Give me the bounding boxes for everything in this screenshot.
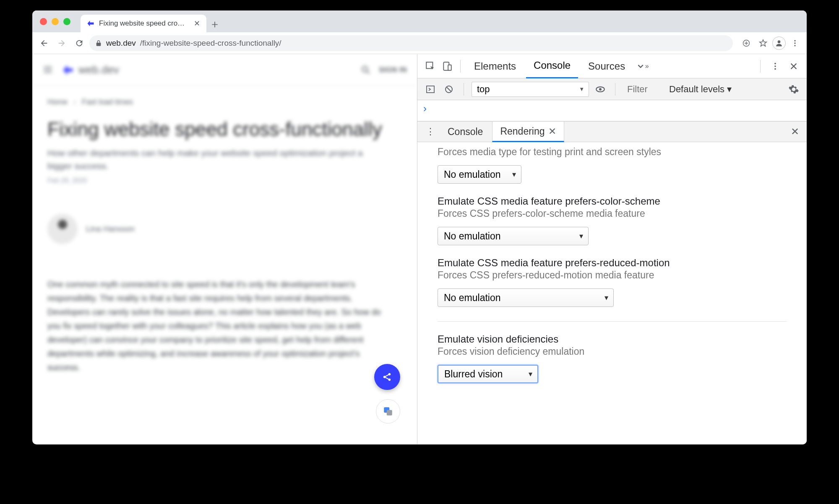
signin-button[interactable]: SIGN IN [379, 66, 407, 74]
clear-console-icon[interactable] [442, 82, 456, 96]
prefers-reduced-motion-title: Emulate CSS media feature prefers-reduce… [438, 257, 787, 269]
live-expression-icon[interactable] [593, 82, 607, 96]
maximize-window-button[interactable] [63, 18, 70, 25]
address-bar: web.dev/fixing-website-speed-cross-funct… [32, 32, 807, 54]
drawer-tab-rendering[interactable]: Rendering ✕ [492, 121, 564, 142]
more-tabs-icon[interactable]: » [635, 59, 649, 73]
console-toolbar: top Default levels ▾ [417, 78, 807, 100]
drawer-tab-rendering-label: Rendering [500, 126, 545, 137]
inspect-icon[interactable] [423, 59, 438, 73]
close-tab-icon[interactable]: ✕ [548, 126, 556, 137]
tab-strip: Fixing website speed cross-fun… ✕ ＋ [32, 10, 807, 32]
svg-point-4 [794, 45, 795, 46]
site-logo[interactable]: web.dev [62, 63, 119, 76]
site-brand-text: web.dev [78, 63, 119, 76]
article-body: One common myth connected to site speed … [47, 278, 383, 374]
media-type-description: Forces media type for testing print and … [438, 146, 787, 158]
tab-console[interactable]: Console [526, 54, 578, 78]
devtools-close-icon[interactable] [787, 59, 801, 73]
prefers-reduced-motion-description: Forces CSS prefers-reduced-motion media … [438, 270, 787, 281]
prefers-color-scheme-select[interactable]: No emulation [438, 227, 589, 245]
svg-point-16 [774, 68, 776, 70]
url-input[interactable]: web.dev/fixing-website-speed-cross-funct… [89, 35, 733, 51]
minimize-window-button[interactable] [52, 18, 59, 25]
bookmark-button[interactable] [756, 36, 771, 51]
prefers-color-scheme-title: Emulate CSS media feature prefers-color-… [438, 195, 787, 207]
forward-button[interactable] [54, 36, 69, 51]
window-controls [37, 10, 75, 32]
favicon-icon [86, 19, 95, 28]
crumb-section[interactable]: Fast load times [82, 98, 133, 107]
console-prompt-icon: › [423, 103, 427, 114]
drawer-menu-icon[interactable]: ⋮ [422, 126, 438, 137]
page-title: Fixing website speed cross-functionally [47, 118, 402, 140]
rendering-panel: Forces media type for testing print and … [417, 142, 807, 444]
lock-icon [95, 40, 102, 47]
back-button[interactable] [36, 36, 52, 51]
translate-fab[interactable] [376, 399, 400, 423]
browser-tab[interactable]: Fixing website speed cross-fun… ✕ [81, 15, 206, 32]
crumb-home[interactable]: Home [47, 98, 68, 107]
search-icon[interactable] [360, 65, 371, 75]
tab-sources[interactable]: Sources [581, 54, 633, 78]
drawer-tab-console[interactable]: Console [440, 121, 490, 142]
prefers-color-scheme-description: Forces CSS prefers-color-scheme media fe… [438, 208, 787, 219]
vision-deficiencies-title: Emulate vision deficiencies [438, 333, 787, 345]
svg-point-2 [794, 40, 795, 41]
console-settings-icon[interactable] [787, 82, 801, 96]
svg-point-1 [778, 40, 781, 43]
install-button[interactable] [739, 36, 754, 51]
drawer-tabbar: ⋮ Console Rendering ✕ ✕ [417, 121, 807, 142]
devtools-menu-icon[interactable] [768, 59, 782, 73]
svg-point-5 [362, 66, 368, 72]
url-host: web.dev [106, 39, 136, 48]
context-selector[interactable]: top [472, 82, 589, 97]
profile-button[interactable] [772, 36, 786, 50]
breadcrumb: Home › Fast load times [47, 98, 402, 107]
vision-deficiencies-description: Forces vision deficiency emulation [438, 346, 787, 357]
webpage-viewport: web.dev SIGN IN Home › Fast load times F… [32, 54, 417, 444]
hamburger-icon[interactable] [42, 64, 54, 76]
svg-point-15 [774, 65, 776, 67]
log-levels-selector[interactable]: Default levels ▾ [669, 84, 732, 95]
vision-deficiencies-select[interactable]: Blurred vision [438, 365, 538, 383]
close-tab-button[interactable]: ✕ [194, 19, 200, 28]
console-output[interactable]: › [417, 100, 807, 121]
prefers-reduced-motion-select[interactable]: No emulation [438, 288, 614, 307]
console-sidebar-icon[interactable] [423, 82, 438, 96]
browser-window: Fixing website speed cross-fun… ✕ ＋ web.… [32, 10, 807, 444]
svg-point-20 [599, 88, 602, 90]
svg-rect-13 [448, 65, 451, 70]
page-subtitle: How other departments can help make your… [47, 146, 375, 173]
media-type-select[interactable]: No emulation [438, 165, 521, 184]
close-window-button[interactable] [40, 18, 47, 25]
tab-elements[interactable]: Elements [466, 54, 524, 78]
site-header: web.dev SIGN IN [32, 54, 417, 86]
reload-button[interactable] [72, 36, 87, 51]
chrome-menu-button[interactable] [787, 36, 803, 51]
svg-rect-10 [387, 410, 392, 416]
svg-point-14 [774, 62, 776, 64]
device-toggle-icon[interactable] [440, 59, 454, 73]
tab-title: Fixing website speed cross-fun… [99, 19, 187, 28]
divider [438, 321, 787, 322]
svg-point-3 [794, 42, 795, 44]
share-fab[interactable] [374, 364, 400, 390]
devtools-tabbar: Elements Console Sources » [417, 54, 807, 78]
url-path: /fixing-website-speed-cross-functionally… [140, 39, 281, 48]
console-filter-input[interactable] [623, 84, 665, 95]
chevron-right-icon: › [73, 98, 76, 107]
page-date: Feb 28, 2020 [47, 177, 402, 184]
author-avatar [47, 214, 78, 244]
new-tab-button[interactable]: ＋ [206, 16, 223, 32]
author-name: Lina Hansson [86, 224, 135, 234]
drawer-close-icon[interactable]: ✕ [788, 126, 802, 138]
devtools-panel: Elements Console Sources » top Default l [417, 54, 807, 444]
